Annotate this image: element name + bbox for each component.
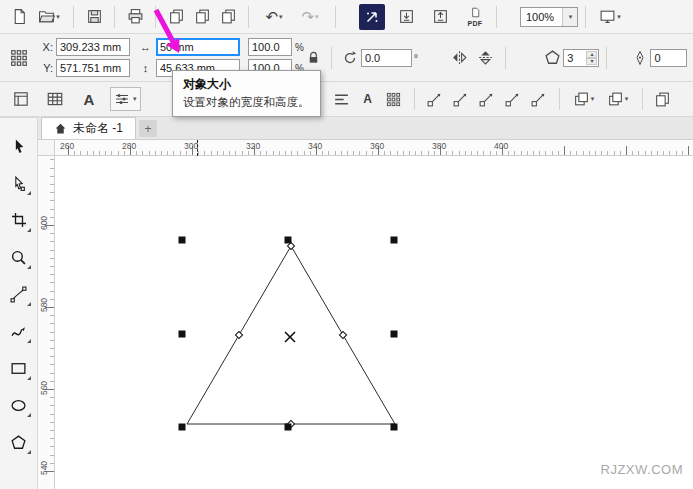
document-tab-label: 未命名 -1 (73, 120, 123, 137)
height-arrows-icon: ↕ (138, 62, 153, 74)
toolbar-separator (155, 6, 156, 28)
zoom-level-select[interactable]: 100% ▾ (520, 7, 578, 27)
node-edit-button-5[interactable] (526, 86, 552, 112)
y-label: Y: (40, 62, 53, 74)
artistic-media-tool[interactable] (5, 317, 33, 345)
toolbar-separator (505, 47, 506, 69)
document-tab[interactable]: 未命名 -1 (41, 117, 136, 139)
node-edit-button-2[interactable] (448, 86, 474, 112)
table-button[interactable] (42, 86, 68, 112)
flyout-indicator-icon (27, 265, 31, 269)
chevron-down-icon: ▾ (617, 13, 621, 21)
new-document-button[interactable] (6, 4, 32, 30)
paste-button[interactable] (215, 4, 241, 30)
zoom-level-dropdown-button[interactable]: ▾ (562, 8, 577, 26)
freehand-tool[interactable] (5, 280, 33, 308)
paragraph-align-button[interactable] (329, 86, 355, 112)
lock-ratio-button[interactable] (304, 45, 324, 71)
mirror-vertical-button[interactable] (472, 45, 498, 71)
ellipse-tool[interactable] (5, 391, 33, 419)
flyout-indicator-icon (27, 191, 31, 195)
tooltip-title: 对象大小 (183, 76, 310, 93)
ruler-label: 560 (39, 373, 49, 403)
polygon-sides-field[interactable]: 3 ▴▾ (563, 49, 599, 67)
layout-button[interactable] (8, 86, 34, 112)
chevron-down-icon: ▾ (625, 95, 629, 103)
grid-button[interactable] (381, 86, 407, 112)
property-bar: X:309.233 mm Y:571.751 mm ↔50 mm ↕45.633… (0, 34, 693, 82)
polygon-icon (541, 45, 563, 71)
flyout-indicator-icon (27, 228, 31, 232)
spin-up-icon[interactable]: ▴ (586, 51, 597, 58)
publish-pdf-button[interactable]: PDF (461, 3, 489, 31)
text-align-button[interactable]: A (355, 86, 381, 112)
object-position-icon (6, 45, 32, 71)
toolbox (0, 117, 38, 489)
node-edit-button-1[interactable] (422, 86, 448, 112)
toolbar-separator (248, 6, 249, 28)
polygon-tool[interactable] (5, 428, 33, 456)
lock-icon (306, 50, 321, 65)
flyout-indicator-icon (27, 376, 31, 380)
export-button[interactable] (427, 4, 453, 30)
flyout-indicator-icon (27, 302, 31, 306)
node-edit-button-3[interactable] (474, 86, 500, 112)
undo-icon: ↶ (265, 9, 278, 24)
save-button[interactable] (81, 4, 107, 30)
shape-tool[interactable] (5, 169, 33, 197)
outline-width-field[interactable]: 0 (650, 49, 687, 67)
scale-horizontal-field[interactable]: 100.0 (248, 38, 292, 56)
flyout-indicator-icon (27, 413, 31, 417)
vertical-ruler: 600 580 560 540 (38, 156, 55, 489)
rectangle-tool[interactable] (5, 354, 33, 382)
redo-button[interactable]: ↷▾ (292, 4, 328, 30)
order-button[interactable]: ▾ (601, 86, 635, 112)
mirror-horizontal-button[interactable] (446, 45, 472, 71)
effects-button[interactable] (650, 86, 676, 112)
chevron-down-icon: ▾ (279, 13, 283, 21)
ruler-label: 540 (39, 453, 49, 483)
new-tab-button[interactable]: + (139, 120, 157, 137)
y-position-field[interactable]: 571.751 mm (56, 59, 130, 77)
rotation-angle-field[interactable]: 0.0 (361, 49, 412, 67)
toolbar-separator (606, 47, 607, 69)
sides-spinner[interactable]: ▴▾ (586, 51, 597, 65)
x-position-field[interactable]: 309.233 mm (56, 38, 130, 56)
object-width-field[interactable]: 50 mm (156, 38, 240, 56)
pdf-doc-icon (469, 7, 482, 20)
view-options-button[interactable]: ▾ (110, 87, 141, 111)
launch-button[interactable] (359, 4, 385, 30)
horizontal-ruler: 260 280 300 320 340 360 380 400 (55, 140, 693, 156)
ruler-label: 280 (122, 141, 136, 151)
outline-pen-icon (630, 45, 650, 71)
degree-label: ° (414, 52, 418, 64)
zoom-tool[interactable] (5, 243, 33, 271)
copy-button[interactable] (189, 4, 215, 30)
selection-handles[interactable] (179, 237, 398, 431)
chevron-down-icon: ▾ (315, 13, 319, 21)
cut-button[interactable] (163, 4, 189, 30)
import-button[interactable] (393, 4, 419, 30)
spin-down-icon[interactable]: ▾ (586, 58, 597, 65)
drawing-canvas[interactable]: RJZXW.COM (55, 156, 693, 489)
text-properties-button[interactable]: A (76, 86, 102, 112)
node-edit-button-4[interactable] (500, 86, 526, 112)
text-icon: A (363, 93, 372, 105)
undo-button[interactable]: ↶▾ (256, 4, 292, 30)
toolbar-separator (335, 6, 336, 28)
pick-tool[interactable] (5, 132, 33, 160)
print-button[interactable] (122, 4, 148, 30)
open-button[interactable]: ▾ (32, 4, 66, 30)
tooltip-description: 设置对象的宽度和高度。 (183, 95, 310, 110)
toolbar-separator (73, 6, 74, 28)
object-center-mark[interactable] (285, 332, 295, 342)
pdf-label: PDF (468, 20, 483, 27)
ruler-label: 380 (432, 141, 446, 151)
tooltip: 对象大小 设置对象的宽度和高度。 (172, 70, 321, 117)
percent-label: % (295, 42, 304, 53)
crop-tool[interactable] (5, 206, 33, 234)
arrange-button[interactable]: ▾ (567, 86, 601, 112)
ruler-label: 600 (39, 208, 49, 238)
fullscreen-preview-button[interactable]: ▾ (593, 4, 627, 30)
chevron-down-icon: ▾ (133, 95, 137, 103)
